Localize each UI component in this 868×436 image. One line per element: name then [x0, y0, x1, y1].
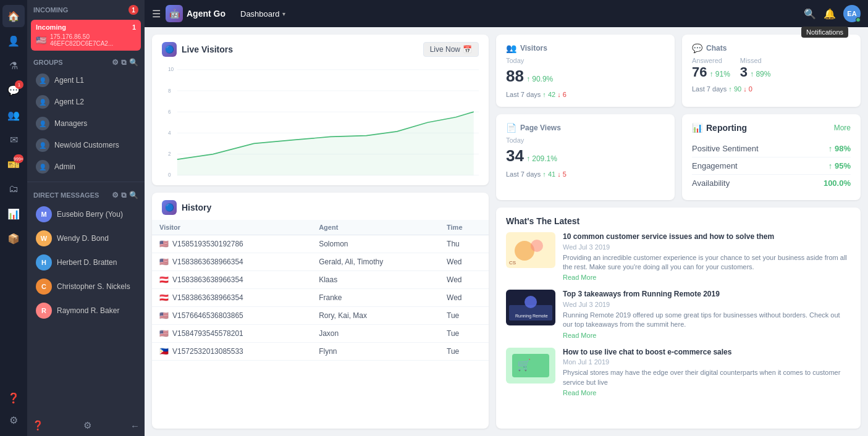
- groups-header-icons: ⚙ ⧉ 🔍: [112, 58, 138, 67]
- availability-value: 100.0%: [824, 178, 851, 188]
- history-table: Visitor Agent Time 🇺🇸 V1585193530192786 …: [152, 220, 489, 361]
- dm-settings-icon[interactable]: ⚙: [112, 191, 119, 199]
- badge-icon[interactable]: 🎫 999+: [2, 153, 25, 175]
- read-more-link[interactable]: Read More: [563, 332, 851, 339]
- latest-body: CS 10 common customer service issues and…: [506, 232, 851, 420]
- icon-rail: 🏠 👤 ⚗ 💬 1 👥 ✉ 🎫 999+ 🗂 📊 📦 ❓ ⚙: [0, 0, 27, 436]
- visitor-cell: 🇺🇸 V1584793545578201: [152, 325, 311, 343]
- user-initials: EA: [847, 10, 856, 17]
- visitor-flag: 🇦🇹: [159, 275, 169, 284]
- chats-cols: Answered 76 ↑ 91% Missed 3 ↑ 89%: [692, 57, 851, 80]
- time-cell: Wed: [439, 289, 489, 307]
- group-item-new-old[interactable]: 👤 New/old Customers: [30, 135, 142, 156]
- group-item-agent-l2[interactable]: 👤 Agent L2: [30, 91, 142, 112]
- visitor-cell: 🇵🇭 V1572532013085533: [152, 343, 311, 361]
- time-cell: Wed: [439, 253, 489, 271]
- time-cell: Thu: [439, 235, 489, 253]
- second-stats-row: 📄 Page Views Today 34 ↑ 209.1% Last 7 da…: [496, 114, 861, 200]
- dm-name-wendy: Wendy D. Bond: [57, 234, 109, 243]
- dm-item-herbert[interactable]: H Herbert D. Bratten: [30, 251, 142, 274]
- dm-item-wendy[interactable]: W Wendy D. Bond: [30, 227, 142, 250]
- agents-icon[interactable]: 👤: [2, 30, 25, 52]
- time-cell: Wed: [439, 271, 489, 289]
- contacts-icon[interactable]: 🗂: [2, 178, 25, 200]
- top-bar: ☰ 🤖 Agent Go Dashboard ▾ 🔍 🔔 Notificatio…: [145, 0, 868, 27]
- dm-item-christopher[interactable]: C Christopher S. Nickels: [30, 275, 142, 298]
- groups-settings-icon[interactable]: ⚙: [112, 58, 119, 67]
- visitors-label: Visitors: [520, 44, 547, 52]
- groups-copy-icon[interactable]: ⧉: [121, 58, 127, 67]
- table-row[interactable]: 🇺🇸 V1576646536803865 Rory, Kai, Max Tue: [152, 307, 489, 325]
- reporting-more-link[interactable]: More: [834, 124, 851, 132]
- dm-search-icon[interactable]: 🔍: [129, 191, 138, 199]
- latest-article-content: 10 common customer service issues and ho…: [563, 232, 851, 281]
- dashboard-nav[interactable]: Dashboard ▾: [240, 9, 285, 19]
- group-label: Admin: [54, 162, 75, 171]
- products-icon[interactable]: 📦: [2, 227, 25, 249]
- dm-list: M Eusebio Berry (You) W Wendy D. Bond H …: [27, 202, 145, 323]
- group-item-managers[interactable]: 👤 Managers: [30, 113, 142, 134]
- search-icon[interactable]: 🔍: [804, 8, 816, 20]
- incoming-count: 1: [129, 5, 138, 15]
- group-icon: 👤: [36, 73, 49, 87]
- group-item-admin[interactable]: 👤 Admin: [30, 156, 142, 177]
- sentiment-label: Positive Sentiment: [692, 144, 759, 153]
- visitor-flag: 🇵🇭: [159, 347, 169, 356]
- settings-rail-icon[interactable]: ⚙: [2, 409, 25, 431]
- home-icon[interactable]: 🏠: [2, 5, 25, 27]
- sidebar: Incoming 1 Incoming 1 🇺🇸 175.176.86.50 4…: [27, 0, 145, 436]
- nav-label: Dashboard: [240, 9, 280, 19]
- visitors-header: 👥 Visitors: [506, 43, 665, 53]
- visitor-flag: 🇺🇸: [159, 311, 169, 320]
- help-rail-icon[interactable]: ❓: [2, 387, 25, 409]
- reporting-label: Reporting: [706, 123, 747, 133]
- read-more-link[interactable]: Read More: [563, 274, 851, 281]
- engagement-label: Engagement: [692, 161, 738, 170]
- svg-text:10: 10: [168, 66, 174, 72]
- dm-item-eusebio[interactable]: M Eusebio Berry (You): [30, 203, 142, 226]
- user-avatar[interactable]: EA: [843, 5, 861, 22]
- latest-item: Running Remote Top 3 takeaways from Runn…: [506, 290, 851, 338]
- team-icon[interactable]: 👥: [2, 104, 25, 126]
- sidebar-footer: ❓ ⚙ ←: [27, 415, 145, 436]
- sidebar-divider: [27, 182, 145, 182]
- dm-copy-icon[interactable]: ⧉: [121, 191, 127, 199]
- incoming-item[interactable]: Incoming 1 🇺🇸 175.176.86.50 46EFC82DC6E7…: [31, 20, 141, 51]
- agent-cell: Rory, Kai, Max: [311, 307, 439, 325]
- latest-article-desc: Physical stores may have the edge over t…: [563, 368, 851, 387]
- notifications-icon[interactable]: 🔔 Notifications: [824, 8, 836, 20]
- groups-search-icon[interactable]: 🔍: [129, 58, 138, 67]
- reports-icon[interactable]: 📊: [2, 203, 25, 225]
- visitors-last7: Last 7 days ↑ 42 ↓ 6: [506, 91, 665, 98]
- read-more-link[interactable]: Read More: [563, 389, 851, 396]
- time-cell: Tue: [439, 343, 489, 361]
- reporting-row-availability: Availability 100.0%: [692, 175, 851, 191]
- dm-avatar-c: C: [36, 279, 52, 295]
- latest-article-date: Wed Jul 3 2019: [563, 243, 851, 251]
- col-time: Time: [439, 220, 489, 235]
- chat-icon[interactable]: 💬 1: [2, 79, 25, 101]
- svg-text:🛒: 🛒: [517, 358, 531, 372]
- menu-toggle-icon[interactable]: ☰: [152, 8, 161, 20]
- dm-item-raymond[interactable]: R Raymond R. Baker: [30, 299, 142, 322]
- visitor-id: V1583863638966354: [172, 293, 243, 302]
- table-row[interactable]: 🇺🇸 V1583863638966354 Gerald, Ali, Timoth…: [152, 253, 489, 271]
- table-row[interactable]: 🇦🇹 V1583863638966354 Franke Wed: [152, 289, 489, 307]
- table-row[interactable]: 🇺🇸 V1584793545578201 Jaxon Tue: [152, 325, 489, 343]
- chats-card: 💬 Chats Answered 76 ↑ 91% Missed: [682, 35, 861, 107]
- message-icon[interactable]: ✉: [2, 128, 25, 151]
- history-title: 🔵 History: [162, 200, 211, 215]
- visitor-flag: 🇺🇸: [159, 240, 169, 248]
- svg-text:6: 6: [168, 109, 171, 115]
- table-row[interactable]: 🇵🇭 V1572532013085533 Flynn Tue: [152, 343, 489, 361]
- filter-icon[interactable]: ⚗: [2, 54, 25, 77]
- sidebar-collapse-icon[interactable]: ←: [130, 421, 140, 431]
- table-row[interactable]: 🇦🇹 V1583863638966354 Klaas Wed: [152, 271, 489, 289]
- table-row[interactable]: 🇺🇸 V1585193530192786 Solomon Thu: [152, 235, 489, 253]
- group-item-agent-l1[interactable]: 👤 Agent L1: [30, 70, 142, 91]
- live-now-button[interactable]: Live Now 📅: [423, 42, 479, 57]
- live-visitors-label: Live Visitors: [182, 44, 233, 54]
- sidebar-help-icon[interactable]: ❓: [32, 420, 44, 431]
- sidebar-settings-icon[interactable]: ⚙: [83, 420, 91, 431]
- chats-answered-val: 76 ↑ 91%: [692, 64, 730, 80]
